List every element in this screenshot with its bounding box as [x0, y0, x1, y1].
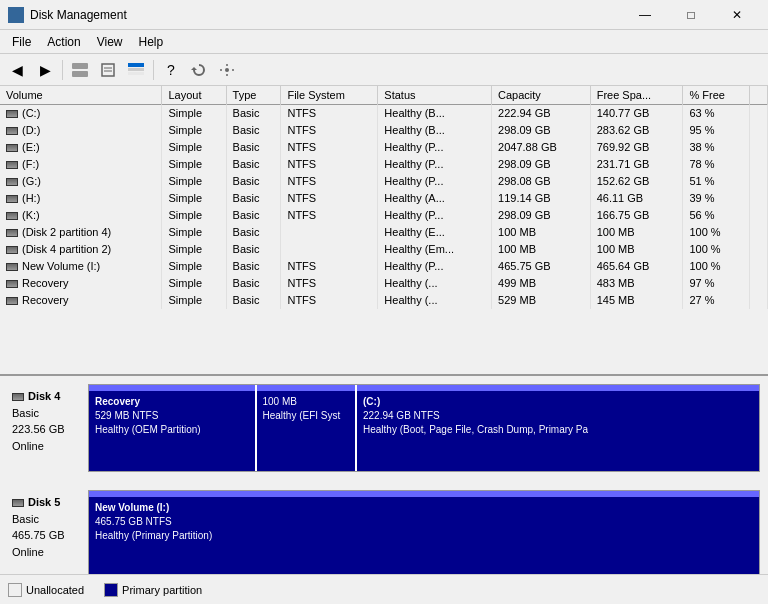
svg-rect-0	[72, 63, 88, 69]
col-pct: % Free	[683, 86, 750, 105]
back-button[interactable]: ◀	[4, 58, 30, 82]
svg-marker-8	[191, 67, 197, 70]
svg-rect-2	[102, 64, 114, 76]
cell-volume: (K:)	[0, 207, 162, 224]
cell-volume: (H:)	[0, 190, 162, 207]
table-row[interactable]: (G:) Simple Basic NTFS Healthy (P... 298…	[0, 173, 768, 190]
cell-layout: Simple	[162, 122, 226, 139]
cell-status: Healthy (E...	[378, 224, 492, 241]
partition[interactable]: New Volume (I:) 465.75 GB NTFS Healthy (…	[89, 491, 759, 574]
menu-action[interactable]: Action	[39, 33, 88, 51]
separator-1	[62, 60, 63, 80]
cell-type: Basic	[226, 275, 281, 292]
forward-button[interactable]: ▶	[32, 58, 58, 82]
cell-free: 145 MB	[590, 292, 683, 309]
partition-status: Healthy (EFI Syst	[263, 409, 350, 423]
cell-status: Healthy (B...	[378, 105, 492, 122]
cell-free: 166.75 GB	[590, 207, 683, 224]
table-header: Volume Layout Type File System Status Ca…	[0, 86, 768, 105]
refresh-button[interactable]	[186, 58, 212, 82]
cell-layout: Simple	[162, 224, 226, 241]
cell-fs	[281, 241, 378, 258]
partition-status: Healthy (OEM Partition)	[95, 423, 249, 437]
title-bar: Disk Management — □ ✕	[0, 0, 768, 30]
partition-size: 465.75 GB NTFS	[95, 515, 753, 529]
cell-extra	[750, 258, 768, 275]
partition[interactable]: 100 MB Healthy (EFI Syst	[257, 385, 358, 471]
cell-layout: Simple	[162, 275, 226, 292]
disk-visual-area[interactable]: Disk 4Basic223.56 GBOnline Recovery 529 …	[0, 376, 768, 574]
cell-status: Healthy (A...	[378, 190, 492, 207]
cell-status: Healthy (P...	[378, 139, 492, 156]
disk-table-area[interactable]: Volume Layout Type File System Status Ca…	[0, 86, 768, 376]
cell-volume: (C:)	[0, 105, 162, 122]
table-row[interactable]: (D:) Simple Basic NTFS Healthy (B... 298…	[0, 122, 768, 139]
cell-extra	[750, 275, 768, 292]
table-row[interactable]: (K:) Simple Basic NTFS Healthy (P... 298…	[0, 207, 768, 224]
cell-type: Basic	[226, 207, 281, 224]
cell-capacity: 100 MB	[492, 241, 591, 258]
table-row[interactable]: (H:) Simple Basic NTFS Healthy (A... 119…	[0, 190, 768, 207]
cell-extra	[750, 224, 768, 241]
cell-capacity: 298.09 GB	[492, 122, 591, 139]
menu-file[interactable]: File	[4, 33, 39, 51]
cell-fs: NTFS	[281, 173, 378, 190]
table-row[interactable]: (Disk 2 partition 4) Simple Basic Health…	[0, 224, 768, 241]
cell-fs: NTFS	[281, 275, 378, 292]
cell-pct: 63 %	[683, 105, 750, 122]
partition-size: 529 MB NTFS	[95, 409, 249, 423]
svg-rect-7	[128, 72, 144, 75]
cell-pct: 27 %	[683, 292, 750, 309]
minimize-button[interactable]: —	[622, 0, 668, 30]
menu-view[interactable]: View	[89, 33, 131, 51]
cell-status: Healthy (...	[378, 292, 492, 309]
cell-fs: NTFS	[281, 156, 378, 173]
cell-capacity: 298.08 GB	[492, 173, 591, 190]
table-row[interactable]: Recovery Simple Basic NTFS Healthy (... …	[0, 292, 768, 309]
cell-extra	[750, 139, 768, 156]
table-row[interactable]: New Volume (I:) Simple Basic NTFS Health…	[0, 258, 768, 275]
disk-partitions: New Volume (I:) 465.75 GB NTFS Healthy (…	[88, 490, 760, 574]
disk-view-button[interactable]	[67, 58, 93, 82]
cell-extra	[750, 241, 768, 258]
partition[interactable]: (C:) 222.94 GB NTFS Healthy (Boot, Page …	[357, 385, 759, 471]
cell-capacity: 499 MB	[492, 275, 591, 292]
cell-fs	[281, 224, 378, 241]
cell-fs: NTFS	[281, 292, 378, 309]
cell-layout: Simple	[162, 156, 226, 173]
settings-button[interactable]	[214, 58, 240, 82]
maximize-button[interactable]: □	[668, 0, 714, 30]
cell-free: 769.92 GB	[590, 139, 683, 156]
cell-extra	[750, 156, 768, 173]
table-row[interactable]: (E:) Simple Basic NTFS Healthy (P... 204…	[0, 139, 768, 156]
partition[interactable]: Recovery 529 MB NTFS Healthy (OEM Partit…	[89, 385, 257, 471]
close-button[interactable]: ✕	[714, 0, 760, 30]
menu-help[interactable]: Help	[131, 33, 172, 51]
cell-fs: NTFS	[281, 139, 378, 156]
table-row[interactable]: (C:) Simple Basic NTFS Healthy (B... 222…	[0, 105, 768, 122]
help-button[interactable]: ?	[158, 58, 184, 82]
app-title: Disk Management	[30, 8, 127, 22]
disk-label: Disk 4Basic223.56 GBOnline	[8, 384, 88, 474]
status-bar: Unallocated Primary partition	[0, 574, 768, 604]
cell-type: Basic	[226, 139, 281, 156]
cell-free: 231.71 GB	[590, 156, 683, 173]
table-view-button[interactable]	[123, 58, 149, 82]
cell-volume: (G:)	[0, 173, 162, 190]
cell-type: Basic	[226, 105, 281, 122]
table-row[interactable]: Recovery Simple Basic NTFS Healthy (... …	[0, 275, 768, 292]
partition-header	[89, 491, 759, 497]
properties-button[interactable]	[95, 58, 121, 82]
cell-free: 100 MB	[590, 224, 683, 241]
col-extra	[750, 86, 768, 105]
table-row[interactable]: (F:) Simple Basic NTFS Healthy (P... 298…	[0, 156, 768, 173]
cell-status: Healthy (B...	[378, 122, 492, 139]
cell-extra	[750, 173, 768, 190]
cell-free: 152.62 GB	[590, 173, 683, 190]
partition-size: 222.94 GB NTFS	[363, 409, 753, 423]
window-controls: — □ ✕	[622, 0, 760, 30]
cell-capacity: 529 MB	[492, 292, 591, 309]
cell-fs: NTFS	[281, 105, 378, 122]
partition-name: New Volume (I:)	[95, 501, 753, 515]
table-row[interactable]: (Disk 4 partition 2) Simple Basic Health…	[0, 241, 768, 258]
